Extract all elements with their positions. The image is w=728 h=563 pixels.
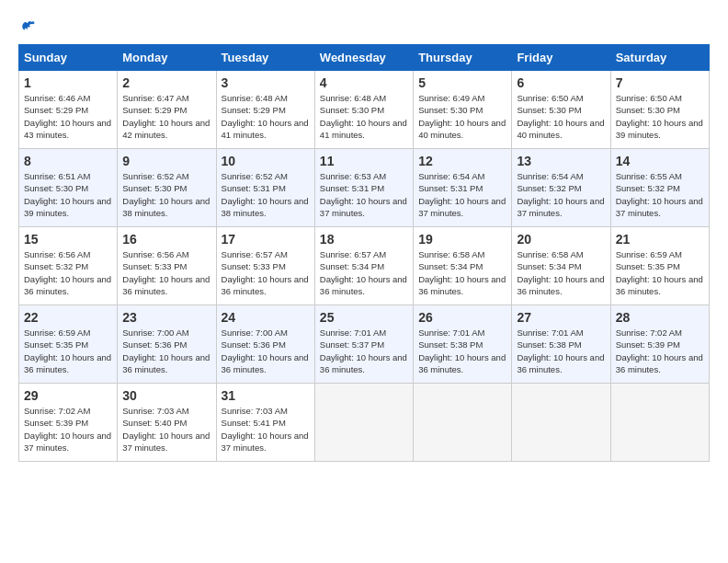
day-info: Sunrise: 6:52 AM Sunset: 5:30 PM Dayligh…: [122, 170, 210, 219]
day-info: Sunrise: 7:02 AM Sunset: 5:39 PM Dayligh…: [24, 405, 112, 454]
calendar-cell: 31 Sunrise: 7:03 AM Sunset: 5:41 PM Dayl…: [216, 384, 314, 462]
day-info: Sunrise: 6:48 AM Sunset: 5:29 PM Dayligh…: [222, 92, 310, 141]
calendar-cell: 3 Sunrise: 6:48 AM Sunset: 5:29 PM Dayli…: [216, 71, 314, 149]
day-info: Sunrise: 6:57 AM Sunset: 5:34 PM Dayligh…: [320, 248, 408, 297]
col-tuesday: Tuesday: [216, 45, 314, 71]
page-header: [18, 18, 710, 35]
day-number: 12: [418, 154, 506, 168]
calendar-week-row: 15 Sunrise: 6:56 AM Sunset: 5:32 PM Dayl…: [19, 227, 710, 305]
calendar-cell: 9 Sunrise: 6:52 AM Sunset: 5:30 PM Dayli…: [118, 149, 216, 227]
day-info: Sunrise: 6:48 AM Sunset: 5:30 PM Dayligh…: [320, 92, 408, 141]
day-info: Sunrise: 6:56 AM Sunset: 5:33 PM Dayligh…: [122, 248, 210, 297]
calendar-cell: 18 Sunrise: 6:57 AM Sunset: 5:34 PM Dayl…: [314, 227, 413, 305]
day-number: 24: [222, 310, 310, 325]
day-info: Sunrise: 6:56 AM Sunset: 5:32 PM Dayligh…: [24, 248, 112, 297]
day-info: Sunrise: 6:49 AM Sunset: 5:30 PM Dayligh…: [418, 92, 506, 141]
calendar-cell: 29 Sunrise: 7:02 AM Sunset: 5:39 PM Dayl…: [19, 384, 118, 462]
calendar-cell: 13 Sunrise: 6:54 AM Sunset: 5:32 PM Dayl…: [512, 149, 610, 227]
calendar-cell: 2 Sunrise: 6:47 AM Sunset: 5:29 PM Dayli…: [118, 71, 216, 149]
day-number: 17: [222, 232, 310, 247]
calendar-cell: 14 Sunrise: 6:55 AM Sunset: 5:32 PM Dayl…: [610, 149, 709, 227]
day-number: 21: [616, 232, 704, 247]
day-number: 25: [320, 310, 408, 325]
day-info: Sunrise: 6:55 AM Sunset: 5:32 PM Dayligh…: [616, 170, 704, 219]
day-number: 29: [24, 388, 112, 403]
day-number: 26: [418, 310, 506, 325]
day-info: Sunrise: 6:58 AM Sunset: 5:34 PM Dayligh…: [418, 248, 506, 297]
day-number: 4: [320, 75, 408, 90]
day-number: 2: [122, 75, 210, 90]
day-number: 13: [517, 154, 605, 168]
day-number: 22: [24, 310, 112, 325]
calendar-cell: 15 Sunrise: 6:56 AM Sunset: 5:32 PM Dayl…: [19, 227, 118, 305]
calendar-cell: 17 Sunrise: 6:57 AM Sunset: 5:33 PM Dayl…: [216, 227, 314, 305]
calendar-cell: 26 Sunrise: 7:01 AM Sunset: 5:38 PM Dayl…: [414, 305, 512, 384]
calendar-week-row: 22 Sunrise: 6:59 AM Sunset: 5:35 PM Dayl…: [19, 305, 710, 384]
calendar-cell: 7 Sunrise: 6:50 AM Sunset: 5:30 PM Dayli…: [610, 71, 709, 149]
calendar-cell: [512, 384, 610, 462]
calendar-cell: 10 Sunrise: 6:52 AM Sunset: 5:31 PM Dayl…: [216, 149, 314, 227]
col-saturday: Saturday: [610, 45, 709, 71]
calendar-cell: 1 Sunrise: 6:46 AM Sunset: 5:29 PM Dayli…: [19, 71, 118, 149]
day-number: 15: [24, 232, 112, 247]
day-info: Sunrise: 6:53 AM Sunset: 5:31 PM Dayligh…: [320, 170, 408, 219]
logo: [18, 18, 37, 35]
day-number: 3: [222, 75, 310, 90]
calendar-cell: 21 Sunrise: 6:59 AM Sunset: 5:35 PM Dayl…: [610, 227, 709, 305]
day-number: 7: [616, 75, 704, 90]
day-number: 19: [418, 232, 506, 247]
calendar-week-row: 1 Sunrise: 6:46 AM Sunset: 5:29 PM Dayli…: [19, 71, 710, 149]
logo-text: [18, 18, 37, 35]
calendar-header-row: Sunday Monday Tuesday Wednesday Thursday…: [19, 45, 710, 71]
col-thursday: Thursday: [414, 45, 512, 71]
day-info: Sunrise: 6:58 AM Sunset: 5:34 PM Dayligh…: [517, 248, 605, 297]
calendar-cell: [414, 384, 512, 462]
col-wednesday: Wednesday: [314, 45, 413, 71]
day-number: 27: [517, 310, 605, 325]
calendar-cell: 8 Sunrise: 6:51 AM Sunset: 5:30 PM Dayli…: [19, 149, 118, 227]
calendar-cell: 30 Sunrise: 7:03 AM Sunset: 5:40 PM Dayl…: [118, 384, 216, 462]
day-number: 18: [320, 232, 408, 247]
calendar-cell: 16 Sunrise: 6:56 AM Sunset: 5:33 PM Dayl…: [118, 227, 216, 305]
calendar-cell: 23 Sunrise: 7:00 AM Sunset: 5:36 PM Dayl…: [118, 305, 216, 384]
calendar-week-row: 8 Sunrise: 6:51 AM Sunset: 5:30 PM Dayli…: [19, 149, 710, 227]
calendar-table: Sunday Monday Tuesday Wednesday Thursday…: [18, 44, 710, 462]
day-number: 28: [616, 310, 704, 325]
calendar-cell: 5 Sunrise: 6:49 AM Sunset: 5:30 PM Dayli…: [414, 71, 512, 149]
day-info: Sunrise: 7:00 AM Sunset: 5:36 PM Dayligh…: [122, 327, 210, 375]
day-info: Sunrise: 7:01 AM Sunset: 5:38 PM Dayligh…: [418, 327, 506, 375]
day-number: 1: [24, 75, 112, 90]
day-info: Sunrise: 7:03 AM Sunset: 5:41 PM Dayligh…: [222, 405, 310, 454]
col-friday: Friday: [512, 45, 610, 71]
day-number: 5: [418, 75, 506, 90]
col-sunday: Sunday: [19, 45, 118, 71]
calendar-cell: 20 Sunrise: 6:58 AM Sunset: 5:34 PM Dayl…: [512, 227, 610, 305]
day-info: Sunrise: 6:46 AM Sunset: 5:29 PM Dayligh…: [24, 92, 112, 141]
day-number: 30: [122, 388, 210, 403]
calendar-cell: 25 Sunrise: 7:01 AM Sunset: 5:37 PM Dayl…: [314, 305, 413, 384]
day-info: Sunrise: 6:54 AM Sunset: 5:32 PM Dayligh…: [517, 170, 605, 219]
day-info: Sunrise: 7:01 AM Sunset: 5:38 PM Dayligh…: [517, 327, 605, 375]
day-info: Sunrise: 6:50 AM Sunset: 5:30 PM Dayligh…: [517, 92, 605, 141]
day-info: Sunrise: 6:47 AM Sunset: 5:29 PM Dayligh…: [122, 92, 210, 141]
day-info: Sunrise: 6:51 AM Sunset: 5:30 PM Dayligh…: [24, 170, 112, 219]
calendar-cell: 24 Sunrise: 7:00 AM Sunset: 5:36 PM Dayl…: [216, 305, 314, 384]
day-info: Sunrise: 7:01 AM Sunset: 5:37 PM Dayligh…: [320, 327, 408, 375]
day-info: Sunrise: 6:52 AM Sunset: 5:31 PM Dayligh…: [222, 170, 310, 219]
calendar-cell: 12 Sunrise: 6:54 AM Sunset: 5:31 PM Dayl…: [414, 149, 512, 227]
day-number: 6: [517, 75, 605, 90]
day-info: Sunrise: 7:02 AM Sunset: 5:39 PM Dayligh…: [616, 327, 704, 375]
calendar-cell: 22 Sunrise: 6:59 AM Sunset: 5:35 PM Dayl…: [19, 305, 118, 384]
day-number: 11: [320, 154, 408, 168]
day-number: 14: [616, 154, 704, 168]
calendar-cell: 27 Sunrise: 7:01 AM Sunset: 5:38 PM Dayl…: [512, 305, 610, 384]
col-monday: Monday: [118, 45, 216, 71]
day-info: Sunrise: 7:00 AM Sunset: 5:36 PM Dayligh…: [222, 327, 310, 375]
calendar-cell: 6 Sunrise: 6:50 AM Sunset: 5:30 PM Dayli…: [512, 71, 610, 149]
calendar-cell: [314, 384, 413, 462]
day-number: 10: [222, 154, 310, 168]
logo-bird-icon: [20, 18, 37, 35]
day-info: Sunrise: 6:59 AM Sunset: 5:35 PM Dayligh…: [616, 248, 704, 297]
day-number: 9: [122, 154, 210, 168]
calendar-cell: 4 Sunrise: 6:48 AM Sunset: 5:30 PM Dayli…: [314, 71, 413, 149]
